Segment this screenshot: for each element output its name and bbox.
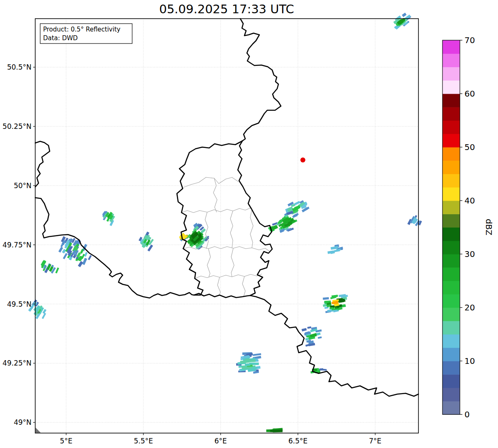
radar-echo-cell (84, 252, 87, 257)
colorbar-segment (442, 401, 460, 415)
canton-border-line (231, 248, 234, 277)
radar-echo-cell (307, 326, 312, 329)
figure-title: 05.09.2025 17:33 UTC (159, 2, 294, 16)
radar-echo-cell (42, 313, 46, 319)
colorbar-segment (442, 80, 460, 94)
product-info-box: Product: 0.5° Reflectivity Data: DWD (40, 24, 132, 44)
radar-echo-cell (80, 249, 84, 254)
radar-echo-cell (147, 245, 153, 252)
colorbar-segment (442, 174, 460, 188)
border-luxembourg-germany (238, 141, 272, 295)
radar-echo-cell (82, 258, 87, 265)
canton-border-line (242, 276, 245, 297)
radar-echo-cell (402, 13, 406, 17)
x-axis-tick-label: 7°E (369, 437, 382, 445)
canton-border-line (195, 274, 262, 278)
country-borders (35, 19, 418, 396)
colorbar-segment (442, 267, 460, 281)
echo-border-south (302, 326, 322, 346)
radar-echo-cell (63, 253, 68, 259)
canton-border-line (184, 177, 238, 187)
echo-small-center-west (138, 232, 154, 252)
colorbar-segment (442, 334, 460, 348)
radar-echo-cell (321, 368, 327, 371)
y-axis-tick-label: 50°N (14, 182, 31, 190)
colorbar-segment (442, 201, 460, 214)
radar-echo-cell (318, 337, 322, 339)
y-axis-tick-label: 50.25°N (2, 122, 31, 131)
map-gridlines (35, 19, 418, 433)
colorbar: 010203040506070 (442, 35, 475, 419)
echo-southeast-hail (323, 294, 348, 313)
echo-west-cluster (58, 236, 92, 267)
colorbar-tick-label: 20 (464, 303, 475, 312)
radar-echo-cell (302, 328, 307, 331)
colorbar-segment (442, 53, 460, 67)
colorbar-segment (442, 321, 460, 334)
canton-border-line (213, 178, 217, 212)
radar-map-canvas: 5°E5.5°E6°E6.5°E7°E49°N49.25°N49.5°N49.7… (0, 0, 498, 448)
x-axis-tick-label: 5.5°E (134, 437, 153, 445)
colorbar-segment (442, 214, 460, 228)
colorbar-segment (442, 241, 460, 254)
colorbar-segment (442, 388, 460, 402)
colorbar-segment (442, 294, 460, 308)
canton-border-line (250, 209, 253, 248)
y-axis-tick-label: 49.25°N (2, 359, 31, 367)
radar-echo-cell (78, 261, 83, 267)
echo-south-center (236, 352, 261, 374)
colorbar-segment (442, 121, 460, 134)
colorbar-segment (442, 187, 460, 201)
colorbar-segment (442, 67, 460, 81)
colorbar-segment (442, 228, 460, 241)
x-axis-tick-label: 6.5°E (288, 437, 307, 445)
radar-echo-cell (245, 363, 250, 366)
map-frame (35, 19, 418, 433)
x-axis-tick-label: 6°E (215, 437, 227, 445)
border-france-belgium-luxembourg (35, 141, 250, 298)
radar-echo-cell (62, 249, 66, 253)
echo-small-blue (327, 245, 343, 254)
radar-echo-cell (240, 361, 248, 363)
echo-tiny-blue-bar (319, 368, 327, 371)
product-line: Product: 0.5° Reflectivity (43, 26, 121, 33)
colorbar-segment (442, 147, 460, 161)
radar-echo-cell (55, 267, 59, 274)
echo-small-northwest (102, 211, 115, 226)
echo-right-edge (407, 215, 422, 226)
radar-echo-cell (273, 430, 283, 433)
colorbar-tick-label: 10 (464, 356, 475, 366)
colorbar-segment (442, 134, 460, 148)
radar-site-marker (300, 157, 305, 162)
y-axis-tick-label: 49.75°N (2, 241, 31, 249)
border-belgium-germany (240, 19, 281, 141)
colorbar-tick-label: 50 (464, 142, 475, 152)
x-axis-tick-label: 5°E (60, 437, 73, 445)
y-axis-tick-label: 49°N (14, 418, 31, 426)
radar-figure: 5°E5.5°E6°E6.5°E7°E49°N49.25°N49.5°N49.7… (0, 0, 498, 448)
canton-border-line (230, 211, 233, 248)
data-source-line: Data: DWD (43, 34, 78, 42)
colorbar-tick-label: 0 (464, 409, 470, 419)
radar-echo-cell (305, 344, 311, 347)
radar-echo-cell (253, 353, 261, 356)
canton-border-line (207, 249, 210, 277)
canton-border-line (218, 277, 220, 296)
y-axis-tick-label: 49.5°N (7, 300, 31, 308)
colorbar-segment (442, 308, 460, 321)
radar-echo-cell (88, 255, 92, 260)
colorbar-segment (442, 40, 460, 54)
colorbar-segment (442, 281, 460, 295)
radar-echo-cell (334, 301, 338, 304)
echo-bottom-edge (266, 428, 283, 432)
colorbar-tick-label: 40 (464, 196, 475, 206)
echo-topright-corner (393, 13, 411, 30)
corner-border-fragment (36, 428, 41, 433)
colorbar-segment (442, 107, 460, 121)
colorbar-tick-label: 30 (464, 249, 475, 259)
colorbar-segment (442, 94, 460, 107)
radar-echo-cell (323, 297, 329, 300)
axis-layer: 5°E5.5°E6°E6.5°E7°E49°N49.25°N49.5°N49.7… (2, 63, 381, 445)
colorbar-tick-label: 60 (464, 89, 475, 99)
colorbar-segment (442, 361, 460, 375)
